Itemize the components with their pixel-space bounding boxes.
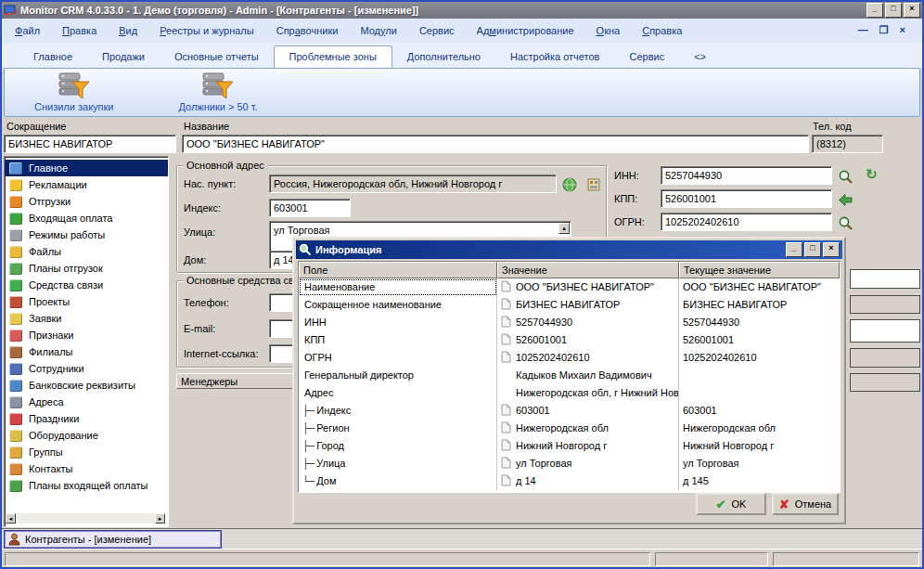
filter-database-icon [201, 72, 235, 100]
ogrn-search-icon[interactable] [836, 213, 854, 232]
sidebar-item[interactable]: Режимы работы [5, 226, 168, 243]
scroll-right-icon[interactable]: ▸ [155, 513, 165, 524]
value-cell: 1025202402610 [497, 349, 679, 367]
sidebar-item[interactable]: Филиалы [5, 343, 168, 360]
table-row[interactable]: ├─Город Нижний Новгород г Нижний Новгоро… [299, 437, 840, 455]
abbr-input[interactable]: БИЗНЕС НАВИГАТОР [4, 135, 176, 153]
sidebar-item[interactable]: Планы отгрузок [5, 260, 168, 277]
table-row[interactable]: ├─Улица ул Торговая ул Торговая [299, 455, 840, 472]
sidebar-item[interactable]: Сотрудники [5, 360, 168, 377]
inn-input[interactable]: 5257044930 [661, 166, 832, 185]
settlement-input[interactable]: Россия, Нижегородская обл, Нижний Новгор… [269, 175, 557, 193]
menu-item[interactable]: Сервис [419, 25, 455, 36]
menu-item[interactable]: Файл [15, 25, 40, 36]
ribbon-tab[interactable]: Настройка отчетов [495, 46, 614, 68]
phone-code-input[interactable]: (8312) [812, 135, 883, 153]
ribbon-tab[interactable]: Проблемные зоны [274, 45, 392, 68]
menu-item[interactable]: Администрирование [477, 25, 574, 36]
column-header-field[interactable]: Поле [299, 262, 497, 278]
table-row[interactable]: Наименование ООО "БИЗНЕС НАВИГАТОР" ООО … [299, 278, 840, 296]
table-row[interactable]: Адрес Нижегородская обл, г Нижний Новгор… [299, 384, 840, 402]
ribbon-tab[interactable]: Основные отчеты [160, 46, 274, 68]
check-icon: ✔ [716, 498, 726, 511]
table-row[interactable]: КПП 526001001 526001001 [299, 331, 840, 349]
filter-button-label: Снизили закупки [34, 101, 113, 112]
inn-search-icon[interactable] [836, 167, 854, 186]
table-row[interactable]: ИНН 5257044930 5257044930 [299, 314, 840, 331]
sidebar-item[interactable]: Планы входящей оплаты [5, 477, 168, 494]
field-name-cell: Адрес [299, 384, 497, 402]
scroll-left-icon[interactable]: ◂ [6, 513, 16, 524]
name-input[interactable]: ООО "БИЗНЕС НАВИГАТОР" [182, 135, 809, 153]
cancel-button[interactable]: ✘ Отмена [772, 493, 839, 515]
current-value-cell: Нижегородская обл [679, 420, 840, 437]
address-book-icon[interactable] [584, 175, 603, 194]
table-row[interactable]: ├─Индекс 603001 603001 [299, 402, 840, 420]
sidebar-item[interactable]: Признаки [5, 327, 168, 343]
inn-verify-icon[interactable]: ↻ [866, 166, 878, 183]
menu-item[interactable]: Справка [642, 25, 682, 36]
column-header-current[interactable]: Текущее значение [679, 262, 840, 278]
menu-item[interactable]: Справочники [276, 25, 339, 36]
ok-button[interactable]: ✔ OK [696, 493, 766, 515]
mdi-close-icon[interactable]: × [900, 24, 905, 36]
sidebar-item[interactable]: Контакты [5, 460, 168, 477]
sidebar-item[interactable]: Оборудование [5, 427, 168, 444]
ribbon-tab[interactable]: <> [679, 46, 721, 68]
minimize-button[interactable]: _ [866, 3, 883, 18]
sidebar-item[interactable]: Праздники [5, 410, 168, 427]
sidebar-item[interactable]: Проекты [5, 293, 168, 310]
postcode-input[interactable]: 603001 [269, 199, 351, 217]
sidebar-item[interactable]: Группы [5, 444, 168, 460]
sidebar-item[interactable]: Главное [5, 160, 168, 176]
sidebar-item[interactable]: Заявки [5, 310, 168, 327]
dialog-close-button[interactable]: × [823, 242, 840, 257]
mdi-restore-icon[interactable]: ❐ [879, 24, 889, 36]
sidebar-item[interactable]: Рекламации [5, 176, 168, 193]
menu-item[interactable]: Модули [360, 25, 396, 36]
filter-button[interactable]: Должники > 50 т. [173, 71, 263, 113]
ribbon-tab[interactable]: Главное [19, 46, 87, 68]
field-name-cell: ├─Регион [299, 420, 497, 437]
table-row[interactable]: Генеральный директор Кадыков Михаил Вади… [299, 367, 840, 384]
application-window: Monitor CRM 4.0.33.0 - 1. Демо (торговля… [0, 0, 924, 569]
sidebar-item[interactable]: Адреса [5, 394, 168, 410]
table-row[interactable]: ОГРН 1025202402610 1025202402610 [299, 349, 840, 367]
menu-item[interactable]: Окна [597, 25, 621, 36]
mdi-minimize-icon[interactable]: — [858, 24, 868, 36]
filter-button-label: Должники > 50 т. [178, 101, 257, 112]
sidebar-item-label: Оборудование [29, 430, 98, 441]
sidebar-horizontal-scrollbar[interactable]: ◂ ▸ [6, 513, 165, 524]
ogrn-input[interactable]: 1025202402610 [661, 213, 832, 231]
table-row[interactable]: └─Дом д 14 д 145 [299, 472, 840, 490]
table-row[interactable]: Сокращенное наименование БИЗНЕС НАВИГАТО… [299, 296, 840, 314]
status-bar [2, 549, 922, 567]
value-cell: 526001001 [497, 331, 679, 349]
kpp-input[interactable]: 526001001 [661, 189, 832, 208]
table-row[interactable]: ├─Регион Нижегородская обл Нижегородская… [299, 420, 840, 437]
kpp-back-arrow-icon[interactable] [836, 190, 854, 209]
dialog-maximize-button[interactable]: □ [804, 242, 821, 257]
globe-icon[interactable] [560, 175, 579, 194]
sidebar-item[interactable]: Входящая оплата [5, 210, 168, 226]
dialog-buttons: ✔ OK ✘ Отмена [696, 493, 839, 515]
menu-item[interactable]: Правка [62, 25, 96, 36]
ribbon-tab[interactable]: Продажи [87, 46, 160, 68]
close-button[interactable]: × [904, 3, 920, 18]
sidebar-item[interactable]: Банковские реквизиты [5, 377, 168, 394]
menu-item[interactable]: Вид [119, 25, 137, 36]
tree-branch-icon: └─ [302, 475, 314, 487]
maximize-button[interactable]: □ [885, 3, 902, 18]
ribbon-tab[interactable]: Дополнительно [392, 46, 495, 68]
sidebar-item[interactable]: Средства связи [5, 277, 168, 293]
information-dialog: Информация _ □ × Поле Значение Текущее з… [292, 237, 846, 524]
menu-item[interactable]: Реестры и журналы [160, 25, 254, 36]
sidebar-item[interactable]: Отгрузки [5, 193, 168, 210]
sidebar-item[interactable]: Файлы [5, 243, 168, 260]
ribbon-tab[interactable]: Сервис [614, 46, 679, 68]
dialog-minimize-button[interactable]: _ [786, 242, 802, 257]
street-spin-up-icon[interactable]: ▴ [558, 223, 570, 234]
column-header-value[interactable]: Значение [497, 262, 679, 278]
filter-button[interactable]: Снизили закупки [29, 71, 119, 113]
taskbar-window-button[interactable]: Контрагенты - [изменение] [4, 530, 222, 549]
